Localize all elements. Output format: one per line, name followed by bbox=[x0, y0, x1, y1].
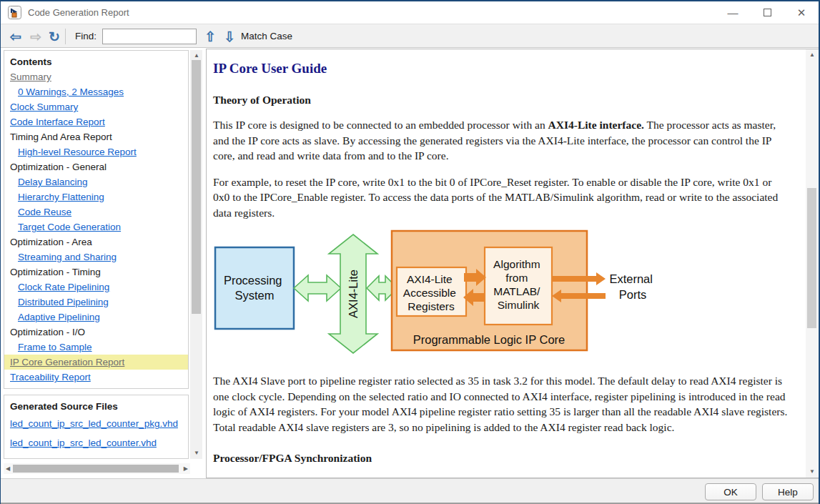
contents-item[interactable]: Traceability Report bbox=[4, 370, 188, 385]
contents-item: Optimization - General bbox=[4, 159, 188, 174]
scroll-up-icon[interactable]: ▲ bbox=[194, 53, 199, 59]
ip-core-block-diagram: Processing System AXI4-Lite AXI4-Lite Ac… bbox=[213, 227, 660, 360]
contents-item[interactable]: Code Interface Report bbox=[4, 114, 188, 129]
contents-item: Optimization - Timing bbox=[4, 265, 188, 280]
contents-item[interactable]: Summary bbox=[4, 69, 188, 84]
close-icon: ✕ bbox=[797, 6, 806, 19]
find-previous-icon: ⇧ bbox=[204, 29, 216, 45]
report-app-icon bbox=[8, 6, 21, 19]
contents-list: Summary0 Warnings, 2 MessagesClock Summa… bbox=[4, 69, 188, 385]
sidebar-vertical-scrollbar[interactable]: ▲ ▼ bbox=[190, 50, 202, 459]
find-input[interactable] bbox=[102, 29, 197, 44]
scroll-left-icon[interactable]: ◀ bbox=[6, 466, 10, 472]
processing-system-box bbox=[215, 247, 294, 329]
scroll-right-icon[interactable]: ▶ bbox=[184, 466, 188, 472]
paragraph-theory-2: For example, to reset the IP core, write… bbox=[213, 174, 790, 221]
files-list: led_count_ip_src_led_counter_pkg.vhdled_… bbox=[4, 414, 188, 453]
generated-files-title: Generated Source Files bbox=[4, 400, 188, 414]
sidebar-hscroll-thumb[interactable] bbox=[13, 465, 179, 473]
toolbar-separator bbox=[65, 29, 66, 44]
maximize-icon bbox=[764, 9, 771, 16]
contents-item[interactable]: Frame to Sample bbox=[4, 340, 188, 355]
find-next-button[interactable]: ⇩ bbox=[220, 27, 239, 46]
find-previous-button[interactable]: ⇧ bbox=[201, 27, 219, 46]
contents-item[interactable]: IP Core Generation Report bbox=[4, 355, 188, 370]
contents-item[interactable]: 0 Warnings, 2 Messages bbox=[4, 84, 188, 99]
theory-heading: Theory of Operation bbox=[213, 94, 790, 107]
footer-bar: OK Help bbox=[1, 478, 819, 504]
forward-button[interactable]: ⇨ bbox=[26, 27, 45, 46]
contents-item[interactable]: Hierarchy Flattening bbox=[4, 189, 188, 204]
source-file-link[interactable]: led_count_ip_src_led_counter_pkg.vhd bbox=[4, 414, 188, 433]
sidebar-vscroll-thumb[interactable] bbox=[192, 60, 201, 314]
back-button[interactable]: ⇦ bbox=[6, 27, 25, 46]
paragraph-pipeline: The AXI4 Slave port to pipeline register… bbox=[213, 373, 790, 435]
report-content-pane: IP Core User Guide Theory of Operation T… bbox=[206, 49, 819, 478]
scroll-down-icon[interactable]: ▼ bbox=[194, 450, 199, 456]
contents-item[interactable]: Adaptive Pipelining bbox=[4, 310, 188, 325]
scroll-up-icon[interactable]: ▲ bbox=[809, 52, 815, 58]
source-file-link[interactable]: led_count_ip_src_led_counter.vhd bbox=[4, 433, 188, 453]
axi-bus-arrow-left bbox=[294, 275, 341, 301]
back-icon: ⇦ bbox=[10, 29, 21, 45]
forward-icon: ⇨ bbox=[30, 29, 41, 45]
contents-item[interactable]: Distributed Pipelining bbox=[4, 295, 188, 310]
maximize-button[interactable] bbox=[753, 1, 781, 24]
toolbar: ⇦ ⇨ ↻ Find: ⇧ ⇩ Match Case bbox=[1, 24, 819, 48]
minimize-icon: — bbox=[728, 6, 739, 19]
refresh-button[interactable]: ↻ bbox=[45, 27, 64, 46]
contents-item[interactable]: Clock Rate Pipelining bbox=[4, 280, 188, 295]
page-title: IP Core User Guide bbox=[213, 61, 790, 76]
refresh-icon: ↻ bbox=[49, 29, 60, 45]
contents-item: Optimization - Area bbox=[4, 234, 188, 249]
contents-item[interactable]: Code Reuse bbox=[4, 204, 188, 219]
svg-text:AXI4-Lite Accessible: AXI4-Lite Accessible Registers bbox=[403, 273, 459, 312]
contents-item[interactable]: Streaming and Sharing bbox=[4, 249, 188, 265]
match-case-toggle[interactable]: Match Case bbox=[241, 24, 292, 49]
axi4-lite-bus-label: AXI4-Lite bbox=[347, 270, 360, 318]
contents-item[interactable]: Clock Summary bbox=[4, 99, 188, 114]
sidebar-horizontal-scrollbar[interactable]: ◀ ▶ bbox=[4, 463, 190, 474]
contents-title: Contents bbox=[4, 55, 188, 69]
paragraph-theory-1: This IP core is designed to be connected… bbox=[213, 117, 790, 164]
find-next-icon: ⇩ bbox=[224, 29, 235, 45]
content-vscroll-thumb[interactable] bbox=[807, 188, 816, 328]
external-ports-label: External Ports bbox=[609, 272, 656, 301]
scroll-down-icon[interactable]: ▼ bbox=[809, 469, 815, 475]
title-bar: Code Generation Report — ✕ bbox=[1, 1, 819, 24]
help-button[interactable]: Help bbox=[762, 483, 814, 500]
window-title: Code Generation Report bbox=[28, 1, 129, 24]
content-vertical-scrollbar[interactable]: ▲ ▼ bbox=[806, 49, 818, 478]
sync-heading: Processor/FPGA Synchronization bbox=[213, 452, 790, 465]
contents-item[interactable]: Target Code Generation bbox=[4, 219, 188, 234]
contents-item[interactable]: High-level Resource Report bbox=[4, 144, 188, 159]
contents-item[interactable]: Delay Balancing bbox=[4, 174, 188, 189]
contents-item: Timing And Area Report bbox=[4, 129, 188, 144]
close-button[interactable]: ✕ bbox=[787, 1, 816, 24]
minimize-button[interactable]: — bbox=[718, 1, 747, 24]
generated-files-panel: Generated Source Files led_count_ip_src_… bbox=[4, 395, 189, 459]
code-generation-report-window: Code Generation Report — ✕ ⇦ ⇨ ↻ Find: ⇧… bbox=[0, 0, 820, 504]
programmable-logic-label: Programmable Logic IP Core bbox=[413, 333, 565, 346]
find-label: Find: bbox=[75, 24, 97, 49]
contents-item: Optimization - I/O bbox=[4, 325, 188, 340]
contents-panel: Contents Summary0 Warnings, 2 MessagesCl… bbox=[4, 50, 189, 389]
ok-button[interactable]: OK bbox=[705, 483, 756, 500]
